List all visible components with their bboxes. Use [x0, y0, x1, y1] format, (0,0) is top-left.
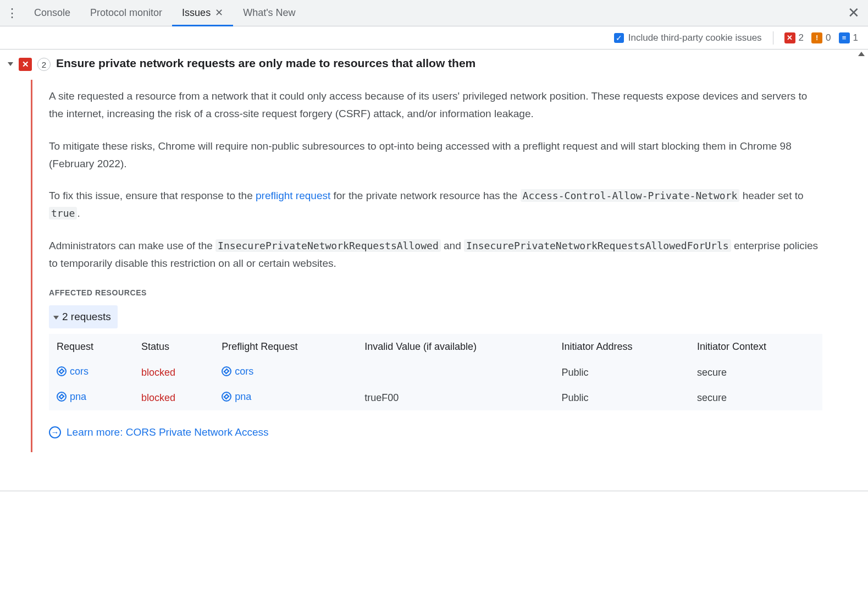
drawer-tabbar: ⋮ Console Protocol monitor Issues ✕ What… [0, 0, 868, 26]
request-link[interactable]: pna [57, 388, 86, 405]
checkbox-label: Include third-party cookie issues [628, 32, 762, 43]
drawer-tabs: Console Protocol monitor Issues ✕ What's… [24, 0, 306, 26]
requests-summary-text: 2 requests [62, 308, 111, 326]
issue-body: A site requested a resource from a netwo… [31, 80, 822, 452]
issue-paragraph: To mitigate these risks, Chrome will req… [49, 138, 822, 173]
col-initiator-ctx: Initiator Context [689, 334, 822, 360]
preflight-link[interactable]: pna [222, 388, 251, 405]
preflight-name: pna [235, 388, 251, 405]
info-count: 1 [853, 32, 858, 43]
preflight-request-link[interactable]: preflight request [256, 190, 330, 201]
tab-console[interactable]: Console [24, 1, 80, 26]
issue-header-row[interactable]: ✕ 2 Ensure private network requests are … [8, 57, 846, 71]
scrollbar-up-icon[interactable] [858, 52, 865, 56]
footer-divider [0, 491, 868, 491]
affected-resources-label: AFFECTED RESOURCES [49, 287, 822, 300]
tab-whats-new[interactable]: What's New [233, 1, 305, 26]
issue-paragraph: Administrators can make use of the Insec… [49, 237, 822, 273]
arrow-right-circle-icon: → [49, 426, 61, 438]
issue-paragraph: To fix this issue, ensure that response … [49, 187, 822, 223]
policy-code: InsecurePrivateNetworkRequestsAllowedFor… [464, 239, 731, 252]
col-status: Status [134, 334, 214, 360]
learn-more-row: → Learn more: CORS Private Network Acces… [49, 424, 268, 441]
issue-paragraph: A site requested a resource from a netwo… [49, 87, 822, 123]
network-icon [222, 392, 231, 402]
learn-more-link[interactable]: Learn more: CORS Private Network Access [67, 424, 268, 441]
table-row: pna blocked pna trueF00 Public secure [49, 385, 822, 410]
network-icon [57, 392, 67, 402]
text-fragment: . [77, 207, 80, 219]
initiator-address: Public [554, 385, 689, 410]
more-tabs-menu[interactable]: ⋮ [0, 0, 24, 26]
col-preflight: Preflight Request [214, 334, 357, 360]
header-value-code: true [49, 207, 77, 219]
initiator-address: Public [554, 360, 689, 385]
text-fragment: for the private network resource has the [330, 190, 520, 201]
preflight-link[interactable]: cors [222, 363, 253, 380]
status-blocked: blocked [141, 367, 175, 378]
expand-triangle-icon [53, 316, 59, 320]
col-request: Request [49, 334, 134, 360]
status-blocked: blocked [141, 392, 175, 403]
invalid-value: trueF00 [357, 385, 554, 410]
col-invalid-value: Invalid Value (if available) [357, 334, 554, 360]
warning-icon: ! [811, 32, 822, 43]
close-drawer-button[interactable]: ✕ [839, 0, 868, 26]
issue-count-chip: 2 [37, 58, 51, 71]
issue-count-value: 2 [42, 60, 46, 69]
tab-protocol-monitor[interactable]: Protocol monitor [80, 1, 172, 26]
warning-count-badge[interactable]: ! 0 [811, 32, 831, 43]
text-fragment: To fix this issue, ensure that response … [49, 190, 256, 201]
issues-content-area: ✕ 2 Ensure private network requests are … [0, 50, 868, 491]
tab-issues[interactable]: Issues ✕ [172, 1, 233, 26]
checkbox-checked-icon: ✓ [614, 33, 624, 43]
text-fragment: Administrators can make use of the [49, 240, 215, 251]
invalid-value [357, 360, 554, 385]
policy-code: InsecurePrivateNetworkRequestsAllowed [215, 239, 441, 252]
divider [773, 31, 773, 45]
include-third-party-cookie-checkbox[interactable]: ✓ Include third-party cookie issues [614, 32, 762, 43]
error-icon: ✕ [784, 32, 795, 43]
issue-title: Ensure private network requests are only… [56, 57, 476, 70]
tab-label: Protocol monitor [90, 7, 162, 19]
request-name: pna [70, 388, 86, 405]
error-count-badge[interactable]: ✕ 2 [784, 32, 804, 43]
affected-requests-table: Request Status Preflight Request Invalid… [49, 334, 822, 410]
network-icon [222, 366, 231, 376]
table-row: cors blocked cors Public secure [49, 360, 822, 385]
close-tab-icon[interactable]: ✕ [215, 8, 223, 18]
request-link[interactable]: cors [57, 363, 89, 380]
issues-options-bar: ✓ Include third-party cookie issues ✕ 2 … [0, 26, 868, 50]
initiator-context: secure [689, 385, 822, 410]
request-name: cors [70, 363, 89, 380]
tab-label: What's New [243, 7, 295, 19]
requests-summary-toggle[interactable]: 2 requests [49, 305, 118, 328]
warning-count: 0 [826, 32, 831, 43]
text-fragment: and [441, 240, 464, 251]
info-icon: ≡ [839, 32, 850, 43]
text-fragment: header set to [739, 190, 803, 201]
error-icon: ✕ [19, 58, 32, 71]
tab-label: Issues [182, 7, 211, 19]
initiator-context: secure [689, 360, 822, 385]
info-count-badge[interactable]: ≡ 1 [839, 32, 858, 43]
col-initiator-addr: Initiator Address [554, 334, 689, 360]
tab-label: Console [34, 7, 70, 19]
error-count: 2 [799, 32, 804, 43]
expand-triangle-icon[interactable] [8, 62, 13, 66]
network-icon [57, 366, 67, 376]
issue-count-badges: ✕ 2 ! 0 ≡ 1 [784, 32, 858, 43]
preflight-name: cors [235, 363, 253, 380]
header-name-code: Access-Control-Allow-Private-Network [521, 189, 740, 202]
